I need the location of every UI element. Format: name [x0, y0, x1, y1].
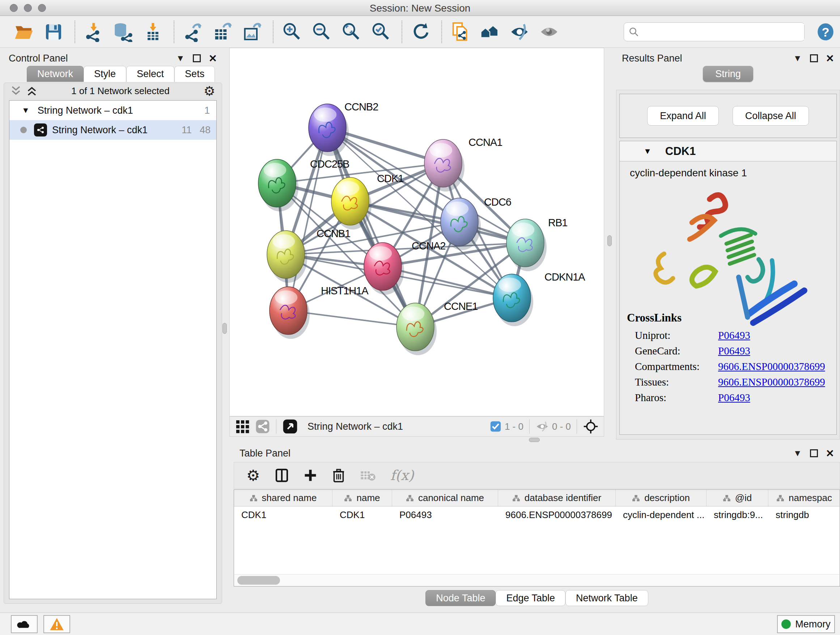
- column-header-shared-name[interactable]: shared name: [234, 490, 332, 506]
- memory-button[interactable]: Memory: [777, 615, 835, 633]
- string-view-icon[interactable]: [255, 419, 270, 434]
- tab-edge-table[interactable]: Edge Table: [496, 590, 565, 606]
- table-hscrollbar[interactable]: [234, 574, 839, 586]
- tab-string[interactable]: String: [703, 66, 753, 82]
- network-selection-status: 1 of 1 Network selected: [37, 86, 204, 97]
- crosslink-row: Compartments:9606.ENSP00000378699: [635, 361, 829, 372]
- table-panel-float-icon[interactable]: [810, 449, 818, 457]
- results-panel-menu-icon[interactable]: ▼: [793, 53, 802, 63]
- selected-checkbox-icon[interactable]: [489, 420, 502, 432]
- help-icon[interactable]: ?: [815, 21, 836, 43]
- add-column-icon[interactable]: [303, 469, 317, 482]
- function-builder-icon: f(x): [390, 467, 414, 483]
- table-settings-gear-icon[interactable]: ⚙: [246, 467, 260, 485]
- network-edge[interactable]: [288, 128, 327, 310]
- clone-network-icon[interactable]: [449, 21, 471, 43]
- results-panel-float-icon[interactable]: [810, 54, 818, 62]
- node-label: RB1: [548, 217, 567, 228]
- table-panel-close-icon[interactable]: ✕: [826, 448, 834, 459]
- save-session-icon[interactable]: [43, 21, 65, 43]
- import-table-file-icon[interactable]: [142, 21, 164, 43]
- table-cell: stringdb: [768, 507, 840, 523]
- column-header--id[interactable]: @id: [706, 490, 768, 506]
- warnings-button[interactable]: [43, 615, 70, 633]
- expand-all-icon[interactable]: [27, 86, 37, 96]
- node-table[interactable]: shared namenamecanonical namedatabase id…: [234, 489, 840, 586]
- column-header-description[interactable]: description: [616, 490, 706, 506]
- zoom-fit-icon[interactable]: [340, 21, 362, 43]
- zoom-in-icon[interactable]: [281, 21, 302, 43]
- delete-column-icon[interactable]: [332, 468, 346, 483]
- crosslink-label: Uniprot:: [635, 329, 718, 341]
- results-panel-close-icon[interactable]: ✕: [826, 52, 834, 65]
- column-header-canonical-name[interactable]: canonical name: [392, 490, 498, 506]
- table-row[interactable]: CDK1CDK1P064939606.ENSP00000378699cyclin…: [234, 507, 840, 523]
- crosslink-genecard-[interactable]: P06493: [718, 345, 750, 357]
- crosslink-row: GeneCard:P06493: [635, 345, 829, 357]
- birds-eye-view-icon[interactable]: [282, 418, 298, 434]
- export-network-icon[interactable]: [182, 21, 203, 43]
- network-collection-row[interactable]: ▼ String Network – cdk1 1: [9, 101, 216, 120]
- left-splitter-handle[interactable]: [223, 323, 227, 334]
- tab-select[interactable]: Select: [126, 66, 174, 82]
- export-table-icon[interactable]: [211, 21, 233, 43]
- crosslinks-list: Uniprot:P06493GeneCard:P06493Compartment…: [627, 329, 829, 404]
- network-options-gear-icon[interactable]: ⚙: [204, 84, 215, 98]
- show-columns-icon[interactable]: [275, 468, 289, 483]
- right-splitter-handle[interactable]: [607, 235, 612, 246]
- tab-network-table[interactable]: Network Table: [565, 590, 648, 606]
- tab-sets[interactable]: Sets: [174, 66, 215, 82]
- cloud-button[interactable]: [11, 615, 38, 633]
- crosslink-tissues-[interactable]: 9606.ENSP00000378699: [718, 376, 825, 388]
- network-view[interactable]: CCNB2CCNA1CDC25BCDK1CDC6RB1CCNB1CCNA2CDK…: [229, 48, 604, 416]
- expand-all-button[interactable]: Expand All: [647, 106, 719, 126]
- table-tabs: Node TableEdge TableNetwork Table: [234, 590, 840, 606]
- network-node-cdk1[interactable]: CDK1: [332, 173, 403, 230]
- node-label: CCNA2: [412, 240, 445, 252]
- zoom-selected-icon[interactable]: [370, 21, 392, 43]
- gene-section-header[interactable]: ▼ CDK1: [620, 141, 836, 162]
- hide-selected-icon[interactable]: [508, 21, 531, 43]
- tab-node-table[interactable]: Node Table: [425, 590, 496, 606]
- network-row[interactable]: String Network – cdk1 11 48: [9, 120, 216, 140]
- gene-caret-icon[interactable]: ▼: [644, 147, 652, 156]
- crosshair-icon[interactable]: [583, 418, 599, 434]
- control-panel-float-icon[interactable]: [193, 54, 201, 62]
- search-input[interactable]: [624, 22, 805, 41]
- collection-caret-icon[interactable]: ▼: [22, 106, 30, 115]
- open-session-icon[interactable]: [13, 21, 35, 43]
- import-network-database-icon[interactable]: [112, 21, 134, 43]
- control-panel-close-icon[interactable]: ✕: [209, 52, 217, 65]
- column-header-database-identifier[interactable]: database identifier: [498, 490, 616, 506]
- crosslink-pharos-[interactable]: P06493: [718, 392, 750, 404]
- first-neighbors-icon[interactable]: [479, 21, 501, 43]
- crosslink-compartments-[interactable]: 9606.ENSP00000378699: [718, 361, 825, 372]
- network-node-hist1h1a[interactable]: HIST1H1A: [270, 285, 369, 339]
- network-node-ccnb2[interactable]: CCNB2: [309, 101, 378, 156]
- network-node-rb1[interactable]: RB1: [507, 217, 567, 271]
- search-field[interactable]: [642, 24, 804, 40]
- zoom-out-icon[interactable]: [310, 21, 332, 43]
- tab-style[interactable]: Style: [84, 66, 126, 82]
- column-header-namespac[interactable]: namespac: [768, 490, 840, 506]
- gene-description: cyclin-dependent kinase 1: [620, 162, 836, 179]
- network-node-ccne1[interactable]: CCNE1: [396, 301, 477, 355]
- tab-network[interactable]: Network: [27, 66, 84, 82]
- grid-view-icon[interactable]: [235, 419, 250, 434]
- refresh-icon[interactable]: [409, 21, 431, 43]
- column-header-name[interactable]: name: [332, 490, 392, 506]
- import-network-file-icon[interactable]: [82, 21, 104, 43]
- show-all-icon[interactable]: [538, 21, 560, 43]
- network-node-cdc6[interactable]: CDC6: [441, 196, 511, 250]
- network-edge-count: 48: [192, 125, 210, 136]
- table-hscroll-thumb[interactable]: [237, 576, 280, 585]
- network-edge[interactable]: [327, 128, 415, 327]
- collapse-all-icon[interactable]: [11, 86, 21, 96]
- bottom-splitter-handle[interactable]: [529, 438, 540, 442]
- control-panel-menu-icon[interactable]: ▼: [176, 53, 185, 63]
- table-panel-menu-icon[interactable]: ▼: [793, 448, 802, 458]
- crosslink-uniprot-[interactable]: P06493: [718, 329, 750, 341]
- collapse-all-button[interactable]: Collapse All: [733, 106, 809, 126]
- export-image-icon[interactable]: [241, 21, 263, 43]
- network-node-cdkn1a[interactable]: CDKN1A: [493, 271, 585, 326]
